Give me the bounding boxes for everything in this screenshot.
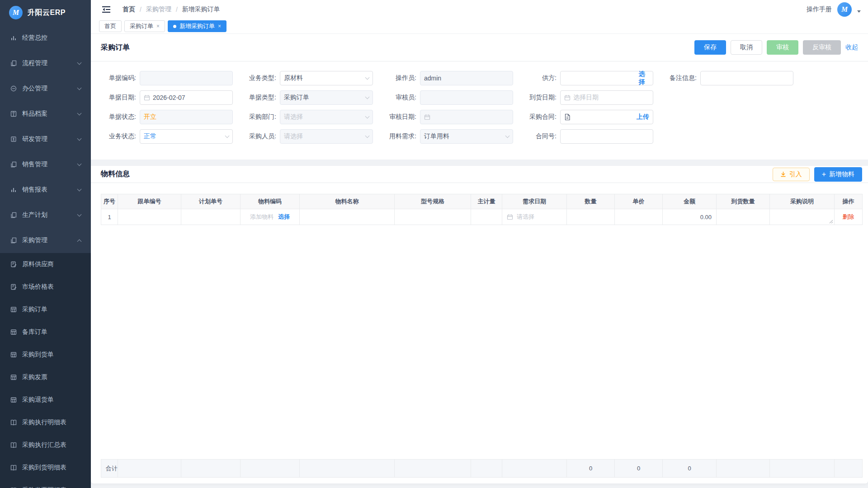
sidebar-item-purchase[interactable]: 采购管理: [0, 228, 91, 253]
sidebar-item-exec-summary-report[interactable]: 采购执行汇总表: [0, 434, 91, 456]
sidebar-item-purchase-invoice[interactable]: 采购发票: [0, 366, 91, 389]
sidebar-item-arrival-detail-report[interactable]: 采购到货明细表: [0, 456, 91, 479]
breadcrumb-home[interactable]: 首页: [123, 5, 135, 14]
doc-edit-icon: [10, 283, 17, 291]
sidebar-item-exec-detail-report[interactable]: 采购执行明细表: [0, 411, 91, 434]
sidebar-item-stock-order[interactable]: 备库订单: [0, 321, 91, 343]
arrival-date-picker[interactable]: 选择日期: [560, 90, 653, 105]
document-icon: [564, 113, 571, 121]
pages-icon: [10, 211, 17, 219]
breadcrumb: 首页 / 采购管理 / 新增采购订单: [123, 5, 220, 14]
book-icon: [10, 441, 17, 449]
supplier-field[interactable]: 选择: [560, 71, 653, 85]
material-demand-select: 订单用料: [420, 129, 513, 144]
supplier-label: 供方:: [521, 74, 557, 82]
supplier-select-link[interactable]: 选择: [638, 70, 649, 86]
close-icon[interactable]: ×: [156, 23, 160, 29]
chevron-down-icon: [365, 114, 370, 118]
chevron-down-icon: [77, 111, 82, 116]
price-cell[interactable]: [615, 209, 663, 225]
sidebar-fold-icon[interactable]: [102, 5, 111, 14]
sidebar-item-invoice-detail-report[interactable]: 采购发票明细表: [0, 479, 91, 488]
chevron-down-icon: [365, 75, 370, 80]
chevron-down-icon: [77, 86, 82, 90]
sidebar-item-arrival-order[interactable]: 采购到货单: [0, 343, 91, 366]
purchase-contract-field[interactable]: 上传: [560, 110, 653, 124]
collapse-link[interactable]: 收起: [845, 43, 858, 52]
table-icon: [10, 351, 17, 358]
contract-upload-link[interactable]: 上传: [637, 113, 649, 121]
order-no-cell[interactable]: [118, 209, 181, 225]
resize-handle-icon[interactable]: [829, 220, 833, 224]
download-icon: [780, 171, 786, 177]
contract-no-field[interactable]: [560, 129, 653, 144]
doc-status-field: 开立: [140, 110, 233, 124]
close-icon[interactable]: ×: [218, 23, 221, 29]
sidebar-item-office[interactable]: 办公管理: [0, 76, 91, 101]
doc-type-select: 采购订单: [280, 90, 373, 105]
operator-label: 操作员:: [381, 74, 416, 82]
rd-box-icon: [10, 136, 17, 143]
chevron-down-icon: [365, 94, 370, 99]
material-code-cell[interactable]: 添加物料 选择: [241, 209, 300, 225]
save-button[interactable]: 保存: [694, 40, 726, 55]
biz-status-label: 业务状态:: [101, 132, 136, 141]
tab-new-purchase-order[interactable]: 新增采购订单 ×: [168, 20, 226, 32]
material-demand-label: 用料需求:: [381, 132, 416, 141]
chevron-down-icon: [77, 187, 82, 192]
remark-field[interactable]: [700, 71, 793, 85]
chevron-down-icon: [225, 133, 230, 138]
sidebar-item-market-price[interactable]: 市场价格表: [0, 276, 91, 298]
tab-home[interactable]: 首页: [99, 20, 122, 32]
qty-cell[interactable]: [567, 209, 615, 225]
purchase-contract-label: 采购合同:: [521, 113, 557, 121]
chevron-down-icon: [505, 133, 510, 138]
sidebar-item-purchase-return[interactable]: 采购退货单: [0, 389, 91, 411]
purchase-dept-label: 采购部门:: [241, 113, 276, 121]
add-material-button[interactable]: + 新增物料: [814, 167, 862, 182]
tab-purchase-order[interactable]: 采购订单 ×: [124, 20, 165, 32]
cancel-button[interactable]: 取消: [731, 40, 762, 55]
material-select-link[interactable]: 选择: [278, 213, 290, 221]
arrival-qty-cell: [717, 209, 770, 225]
doc-date-picker[interactable]: 2026-02-07: [140, 90, 233, 105]
sidebar-item-production-plan[interactable]: 生产计划: [0, 202, 91, 228]
user-menu-caret-icon[interactable]: [857, 10, 861, 13]
manual-link[interactable]: 操作手册: [807, 5, 832, 14]
demand-date-cell[interactable]: 请选择: [502, 209, 567, 225]
plan-no-cell[interactable]: [181, 209, 241, 225]
material-name-cell[interactable]: [300, 209, 395, 225]
biz-status-select[interactable]: 正常: [140, 129, 233, 144]
sidebar-item-dashboard[interactable]: 经营总控: [0, 25, 91, 51]
qty-total: 0: [567, 460, 615, 478]
avatar[interactable]: M: [837, 2, 852, 17]
biz-type-select[interactable]: 原材料: [280, 71, 373, 85]
breadcrumb-purchase[interactable]: 采购管理: [146, 5, 171, 14]
sidebar-item-process[interactable]: 流程管理: [0, 51, 91, 76]
sidebar-item-purchase-order[interactable]: 采购订单: [0, 298, 91, 321]
materials-table: 序号 跟单编号 计划单号 物料编码 物料名称 型号规格 主计量 需求日期 数量 …: [101, 194, 863, 225]
purchase-note-cell[interactable]: [770, 209, 835, 225]
model-spec-cell[interactable]: [395, 209, 471, 225]
doc-code-field: [140, 71, 233, 85]
sidebar-item-raw-supplier[interactable]: 原料供应商: [0, 253, 91, 276]
table-empty-area: [101, 225, 862, 459]
unaudit-button: 反审核: [803, 40, 841, 55]
order-form: 单据编码: 单据日期: 2026-02-07 单据状态: 开立: [91, 61, 868, 144]
operator-field: [420, 71, 513, 85]
sidebar-item-sales[interactable]: 销售管理: [0, 152, 91, 177]
calendar-icon: [424, 114, 430, 120]
chevron-up-icon: [77, 239, 82, 244]
book-icon: [10, 419, 17, 426]
chevron-down-icon: [77, 162, 82, 166]
pages-icon: [10, 60, 17, 67]
table-row: 1 添加物料 选择: [101, 209, 863, 225]
delete-row-link[interactable]: 删除: [843, 213, 854, 220]
purchase-submenu: 原料供应商 市场价格表 采购订单 备库订单 采购到货单 采购发票 采购退货单: [0, 253, 91, 488]
doc-edit-icon: [10, 261, 17, 268]
sidebar-item-rd[interactable]: 研发管理: [0, 127, 91, 152]
sidebar-item-material-archive[interactable]: 料品档案: [0, 101, 91, 127]
office-icon: [10, 85, 17, 92]
sidebar-item-sales-report[interactable]: 销售报表: [0, 177, 91, 202]
import-button[interactable]: 引入: [773, 168, 810, 181]
